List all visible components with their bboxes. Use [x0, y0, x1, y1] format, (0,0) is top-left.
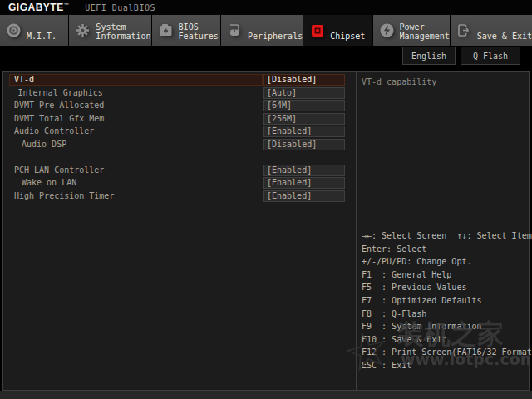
setting-row-internal-graphics[interactable]: Internal Graphics[Auto] — [3, 87, 356, 101]
item-help-text: VT-d capability — [362, 77, 436, 86]
setting-row-dvmt-pre-allocated[interactable]: DVMT Pre-Allocated[64M] — [3, 100, 356, 113]
setting-label: Internal Graphics — [9, 87, 263, 99]
setting-row-pch-lan-controller[interactable]: PCH LAN Controller[Enabled] — [3, 165, 356, 178]
setting-label: Audio Controller — [9, 126, 263, 137]
tab-label: BIOSFeatures — [179, 21, 219, 41]
tab-label: M.I.T. — [27, 21, 57, 41]
tab-peripherals[interactable]: Peripherals — [221, 15, 303, 46]
main-panel: VT-d[Disabled]Internal Graphics[Auto]DVM… — [2, 71, 530, 391]
hotkey-line: F8 : Q-Flash — [362, 308, 532, 321]
setting-value[interactable]: [Enabled] — [263, 126, 345, 137]
tab-label: SystemInformation — [96, 21, 150, 41]
setting-label: High Precision Timer — [9, 190, 263, 202]
hotkey-line: F5 : Previous Values — [362, 281, 532, 294]
title-bar: GIGABYTE™ UEFI DualBIOS — [0, 0, 532, 15]
qflash-button[interactable]: Q-Flash — [461, 47, 520, 65]
hotkey-line: +/-/PU/PD: Change Opt. — [362, 255, 532, 268]
gear-icon — [76, 23, 90, 37]
panel-divider — [356, 72, 357, 390]
setting-row-vt-d[interactable]: VT-d[Disabled] — [3, 74, 356, 87]
exit-icon — [457, 23, 471, 37]
hotkey-line: F1 : General Help — [362, 268, 532, 282]
setting-label: Audio DSP — [9, 139, 263, 150]
setting-value[interactable]: [Enabled] — [263, 177, 345, 189]
hotkey-line: Enter: Select — [362, 243, 532, 256]
setting-value[interactable]: [Auto] — [263, 87, 345, 99]
tab-label: Peripherals — [248, 21, 303, 41]
gauge-icon — [7, 23, 21, 37]
tab-power-management[interactable]: PowerManagement — [373, 15, 450, 46]
hotkey-line: F12 : Print Screen(FAT16/32 Format Only) — [362, 346, 532, 359]
peripherals-icon — [228, 23, 242, 37]
footer-strip — [0, 391, 532, 399]
gigabyte-logo: GIGABYTE™ — [8, 2, 69, 13]
tab-label: Save & Exit — [477, 21, 532, 41]
bios-screen: GIGABYTE™ UEFI DualBIOS M.I.T.SystemInfo… — [0, 0, 532, 399]
tab-system-information[interactable]: SystemInformation — [69, 15, 150, 46]
setting-value[interactable]: [Enabled] — [263, 165, 345, 176]
settings-list: VT-d[Disabled]Internal Graphics[Auto]DVM… — [3, 74, 356, 203]
setting-value[interactable]: [Disabled] — [263, 139, 345, 150]
tab-bar: M.I.T.SystemInformationBIOSFeaturesPerip… — [0, 15, 532, 46]
setting-row-dvmt-total-gfx-mem[interactable]: DVMT Total Gfx Mem[256M] — [3, 113, 356, 126]
power-icon — [380, 23, 394, 37]
setting-row-wake-on-lan[interactable]: Wake on LAN[Enabled] — [3, 177, 356, 190]
hotkey-line: ESC : Exit — [362, 359, 532, 372]
setting-row-audio-dsp[interactable]: Audio DSP[Disabled] — [3, 139, 356, 152]
hotkey-line: F10 : Save & Exit — [362, 333, 532, 347]
hotkey-line: F7 : Optimized Defaults — [362, 294, 532, 308]
language-button[interactable]: English — [402, 47, 456, 65]
setting-row-high-precision-timer[interactable]: High Precision Timer[Enabled] — [3, 190, 356, 204]
hotkey-legend: →←: Select Screen ↑↓: Select ItemEnter: … — [362, 229, 532, 372]
tab-save-exit[interactable]: Save & Exit — [451, 15, 532, 46]
chipset-icon — [310, 23, 324, 37]
setting-label: VT-d — [9, 74, 263, 86]
setting-row-audio-controller[interactable]: Audio Controller[Enabled] — [3, 126, 356, 139]
hotkey-line: →←: Select Screen ↑↓: Select Item — [362, 229, 532, 243]
setting-label: DVMT Total Gfx Mem — [9, 113, 263, 125]
tab-bios-features[interactable]: BIOSFeatures — [152, 15, 220, 46]
tab-label: Chipset — [330, 21, 365, 41]
settings-spacer — [3, 151, 356, 165]
tab-m-i-t[interactable]: M.I.T. — [0, 15, 68, 46]
tab-chipset[interactable]: Chipset — [303, 15, 372, 46]
bios-icon — [159, 23, 173, 37]
setting-value[interactable]: [Disabled] — [263, 74, 345, 86]
setting-label: Wake on LAN — [9, 177, 263, 189]
hotkey-line: F9 : System Information — [362, 320, 532, 333]
setting-label: DVMT Pre-Allocated — [9, 100, 263, 111]
setting-value[interactable]: [Enabled] — [263, 190, 345, 202]
tab-label: PowerManagement — [400, 21, 450, 41]
setting-label: PCH LAN Controller — [9, 165, 263, 176]
setting-value[interactable]: [64M] — [263, 100, 345, 111]
firmware-title: UEFI DualBIOS — [85, 3, 155, 12]
title-divider — [76, 2, 76, 12]
setting-value[interactable]: [256M] — [263, 113, 345, 125]
